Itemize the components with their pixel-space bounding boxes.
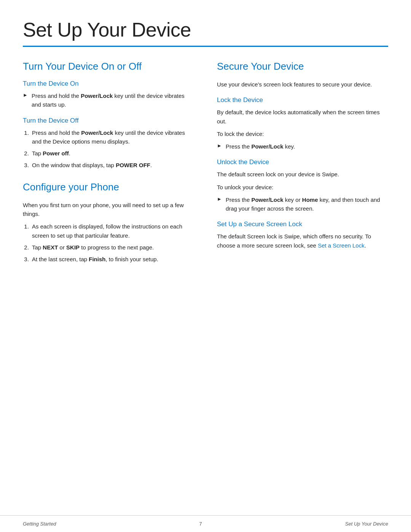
unlock-body2: To unlock your device: bbox=[217, 183, 388, 192]
subsection-title-turn-off: Turn the Device Off bbox=[23, 117, 194, 125]
configure-step-1: As each screen is displayed, follow the … bbox=[30, 222, 194, 240]
unlock-bullet-text: Press the Power/Lock key or Home key, an… bbox=[226, 195, 388, 213]
lock-body1: By default, the device locks automatical… bbox=[217, 108, 388, 126]
subsection-title-lock: Lock the Device bbox=[217, 96, 388, 104]
content-columns: Turn Your Device On or Off Turn the Devi… bbox=[23, 61, 388, 502]
secure-lock-body-end: . bbox=[365, 242, 366, 249]
title-divider bbox=[23, 46, 388, 47]
subsection-title-turn-on: Turn the Device On bbox=[23, 80, 194, 88]
subsection-title-unlock: Unlock the Device bbox=[217, 158, 388, 166]
turn-off-step-1: Press and hold the Power/Lock key until … bbox=[30, 128, 194, 146]
right-column: Secure Your Device Use your device’s scr… bbox=[217, 61, 388, 502]
page-title: Set Up Your Device bbox=[23, 18, 388, 41]
bullet-arrow-icon: ► bbox=[23, 92, 28, 98]
footer: Getting Started 7 Set Up Your Device bbox=[0, 515, 411, 532]
lock-bullet-arrow-icon: ► bbox=[217, 143, 222, 149]
secure-intro: Use your device’s screen lock features t… bbox=[217, 80, 388, 89]
turn-on-bullet-text: Press and hold the Power/Lock key until … bbox=[32, 91, 194, 109]
turn-on-bullet: ► Press and hold the Power/Lock key unti… bbox=[23, 91, 194, 109]
lock-bullet: ► Press the Power/Lock key. bbox=[217, 142, 388, 151]
footer-page-number: 7 bbox=[199, 521, 202, 527]
lock-body2: To lock the device: bbox=[217, 129, 388, 138]
page-wrapper: Set Up Your Device Turn Your Device On o… bbox=[0, 0, 411, 532]
secure-lock-body: The default Screen lock is Swipe, which … bbox=[217, 232, 388, 250]
unlock-bullet: ► Press the Power/Lock key or Home key, … bbox=[217, 195, 388, 213]
lock-bullet-text: Press the Power/Lock key. bbox=[226, 142, 295, 151]
section-title-secure: Secure Your Device bbox=[217, 61, 388, 72]
section-title-configure: Configure your Phone bbox=[23, 181, 194, 193]
section-title-turn-device: Turn Your Device On or Off bbox=[23, 61, 194, 72]
configure-steps: As each screen is displayed, follow the … bbox=[23, 222, 194, 264]
set-screen-lock-link[interactable]: Set a Screen Lock bbox=[318, 242, 365, 249]
configure-step-3: At the last screen, tap Finish, to finis… bbox=[30, 255, 194, 264]
footer-left: Getting Started bbox=[23, 521, 56, 527]
unlock-body1: The default screen lock on your device i… bbox=[217, 170, 388, 179]
turn-off-step-2: Tap Power off. bbox=[30, 149, 194, 158]
unlock-bullet-arrow-icon: ► bbox=[217, 196, 222, 202]
turn-off-steps: Press and hold the Power/Lock key until … bbox=[23, 128, 194, 170]
configure-intro: When you first turn on your phone, you w… bbox=[23, 201, 194, 219]
turn-off-step-3: On the window that displays, tap POWER O… bbox=[30, 161, 194, 169]
configure-step-2: Tap NEXT or SKIP to progress to the next… bbox=[30, 243, 194, 252]
left-column: Turn Your Device On or Off Turn the Devi… bbox=[23, 61, 194, 502]
subsection-title-secure-lock: Set Up a Secure Screen Lock bbox=[217, 220, 388, 228]
configure-section: Configure your Phone When you first turn… bbox=[23, 181, 194, 264]
footer-right: Set Up Your Device bbox=[345, 521, 388, 527]
